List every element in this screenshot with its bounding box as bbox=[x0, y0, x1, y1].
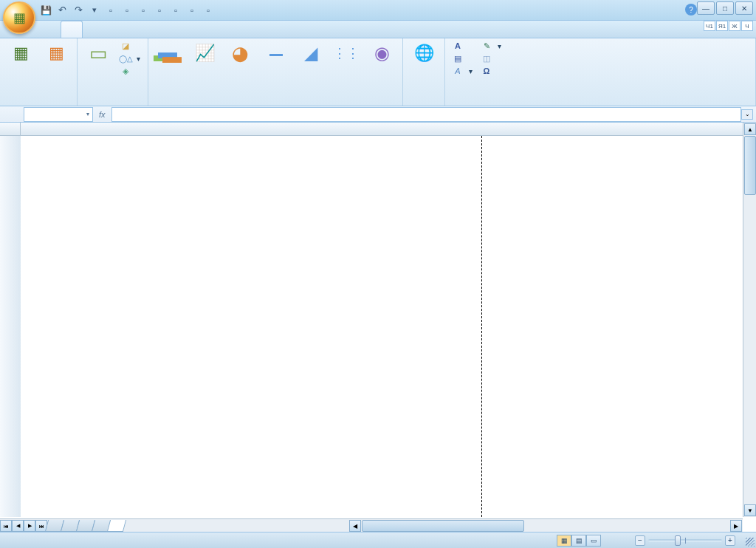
scatter-chart-button[interactable] bbox=[330, 40, 362, 68]
title-bar: ▾ ▫ ▫ ▫ ▫ ▫ ▫ ▫ ? bbox=[0, 0, 756, 21]
hyperlink-button[interactable] bbox=[408, 40, 440, 68]
cells-area[interactable] bbox=[21, 136, 756, 517]
view-page-break[interactable]: ▭ bbox=[586, 535, 601, 547]
office-button[interactable] bbox=[3, 1, 35, 34]
signature-line-icon bbox=[481, 41, 492, 51]
scroll-left[interactable] bbox=[349, 520, 361, 532]
textbox-button[interactable] bbox=[450, 40, 475, 52]
sheet-tab-bar: ⏮ ◀ ▶ ⏭ bbox=[0, 518, 348, 532]
tab-insert[interactable] bbox=[61, 21, 83, 38]
shapes-icon bbox=[120, 53, 131, 64]
other-chart-button[interactable] bbox=[365, 40, 398, 68]
qat-custom-1[interactable]: ▫ bbox=[103, 3, 118, 18]
qat-custom-4[interactable]: ▫ bbox=[152, 3, 167, 18]
area-chart-button[interactable] bbox=[295, 40, 327, 68]
zoom-slider[interactable] bbox=[648, 539, 722, 542]
wordart-button[interactable]: ▾ bbox=[450, 65, 475, 77]
view-page-layout[interactable]: ▤ bbox=[571, 535, 586, 547]
group-tables-label bbox=[4, 103, 72, 106]
bar-chart-button[interactable] bbox=[259, 40, 292, 68]
tab-home[interactable] bbox=[38, 21, 61, 38]
tab-data[interactable] bbox=[127, 21, 149, 38]
formula-expand[interactable]: ⌄ bbox=[741, 109, 753, 120]
ribbon-group-tables bbox=[0, 38, 78, 106]
picture-button[interactable] bbox=[82, 40, 114, 68]
badge-2[interactable]: Я1 bbox=[716, 21, 728, 31]
hscroll-thumb[interactable] bbox=[362, 520, 524, 532]
close-button[interactable] bbox=[735, 1, 753, 15]
view-normal[interactable]: ▦ bbox=[557, 535, 571, 547]
formula-input[interactable] bbox=[111, 107, 741, 122]
vertical-scrollbar[interactable] bbox=[743, 123, 756, 517]
column-chart-icon bbox=[157, 41, 181, 65]
horizontal-scrollbar[interactable] bbox=[348, 518, 743, 532]
scroll-up[interactable] bbox=[744, 123, 756, 135]
tab-view[interactable] bbox=[171, 21, 193, 38]
name-box[interactable] bbox=[24, 107, 93, 122]
sheet-first[interactable]: ⏮ bbox=[0, 520, 12, 532]
qat-custom-6[interactable]: ▫ bbox=[185, 3, 199, 18]
select-all[interactable] bbox=[0, 123, 21, 135]
shapes-button[interactable]: ▾ bbox=[117, 52, 143, 64]
clipart-button[interactable] bbox=[117, 40, 143, 52]
line-chart-button[interactable] bbox=[188, 40, 221, 68]
symbol-icon bbox=[481, 66, 492, 76]
vscroll-thumb[interactable] bbox=[744, 136, 756, 195]
minimize-button[interactable] bbox=[697, 1, 715, 15]
qat-redo[interactable] bbox=[71, 3, 86, 18]
qat-custom-2[interactable]: ▫ bbox=[120, 3, 134, 18]
qat-save[interactable] bbox=[38, 3, 53, 18]
qat-undo[interactable] bbox=[55, 3, 69, 18]
zoom-out[interactable]: − bbox=[635, 535, 645, 546]
maximize-button[interactable] bbox=[716, 1, 734, 15]
pie-chart-button[interactable] bbox=[224, 40, 256, 68]
formula-bar: fx ⌄ bbox=[0, 106, 756, 123]
signature-line-button[interactable]: ▾ bbox=[478, 40, 504, 52]
pie-chart-icon bbox=[228, 41, 252, 65]
column-chart-button[interactable] bbox=[153, 40, 185, 68]
qat-custom-7[interactable]: ▫ bbox=[201, 3, 216, 18]
fx-button[interactable]: fx bbox=[93, 110, 111, 119]
column-headers bbox=[0, 123, 756, 136]
sheet-prev[interactable]: ◀ bbox=[12, 520, 24, 532]
ribbon-group-text: ▾ ▾ bbox=[445, 38, 756, 106]
scroll-down[interactable] bbox=[744, 504, 756, 516]
picture-icon bbox=[86, 41, 110, 65]
badge-4[interactable]: Ч bbox=[741, 21, 753, 31]
group-links-label bbox=[408, 103, 440, 106]
scroll-right[interactable] bbox=[730, 520, 742, 532]
symbol-button[interactable] bbox=[478, 65, 504, 77]
resize-grip[interactable] bbox=[746, 538, 755, 547]
ribbon-group-links bbox=[403, 38, 445, 106]
sheet-tab-dbfunc[interactable] bbox=[107, 520, 126, 532]
quick-access-toolbar: ▾ ▫ ▫ ▫ ▫ ▫ ▫ ▫ bbox=[38, 3, 216, 18]
smartart-button[interactable] bbox=[117, 65, 143, 77]
object-icon bbox=[481, 53, 492, 64]
status-bar: ▦ ▤ ▭ − + bbox=[0, 532, 756, 548]
table-button[interactable] bbox=[40, 40, 72, 68]
tab-formulas[interactable] bbox=[105, 21, 127, 38]
qat-custom-5[interactable]: ▫ bbox=[168, 3, 183, 18]
badge-3[interactable]: Ж bbox=[729, 21, 740, 31]
header-footer-button[interactable] bbox=[450, 52, 475, 64]
group-charts-label bbox=[153, 103, 398, 106]
scatter-chart-icon bbox=[334, 41, 358, 65]
help-button[interactable]: ? bbox=[685, 4, 697, 16]
badge-1[interactable]: Ч1 bbox=[704, 21, 715, 31]
wordart-icon bbox=[453, 66, 463, 76]
other-chart-icon bbox=[370, 41, 394, 65]
smartart-icon bbox=[120, 66, 131, 76]
clipart-icon bbox=[120, 41, 131, 51]
zoom-thumb[interactable] bbox=[675, 535, 681, 546]
qat-custom-3[interactable]: ▫ bbox=[136, 3, 151, 18]
sheet-next[interactable]: ▶ bbox=[24, 520, 35, 532]
pivot-table-button[interactable] bbox=[4, 40, 37, 68]
zoom-control: − + bbox=[607, 535, 735, 546]
spreadsheet bbox=[0, 123, 756, 517]
tab-review[interactable] bbox=[149, 21, 171, 38]
object-button[interactable] bbox=[478, 52, 504, 64]
tab-page-layout[interactable] bbox=[83, 21, 105, 38]
qat-more[interactable]: ▾ bbox=[87, 3, 102, 18]
zoom-in[interactable]: + bbox=[725, 535, 735, 546]
ribbon: ▾ ▾ ▾ bbox=[0, 38, 756, 106]
